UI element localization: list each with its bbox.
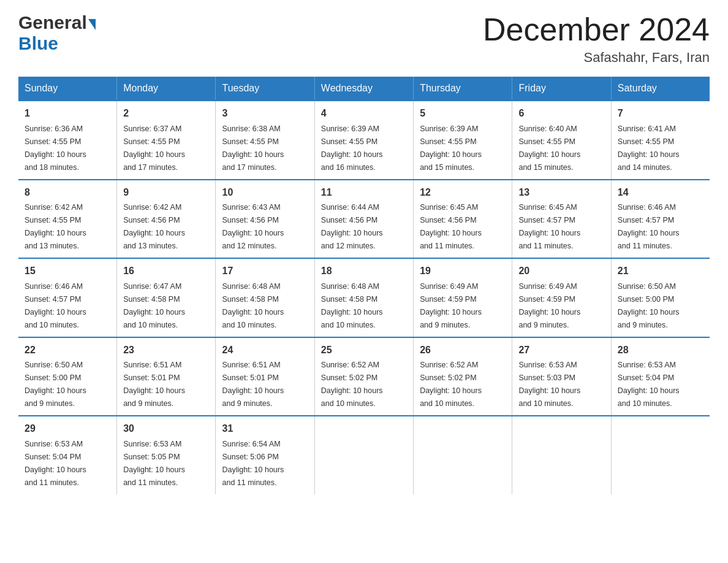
day-number: 2 [123, 106, 209, 121]
day-number: 30 [123, 421, 209, 437]
day-number: 19 [420, 264, 506, 279]
weekday-header-sunday: Sunday [18, 77, 117, 101]
day-cell [611, 416, 710, 494]
day-cell: 26Sunrise: 6:52 AMSunset: 5:02 PMDayligh… [414, 337, 512, 416]
day-info: Sunrise: 6:39 AMSunset: 4:55 PMDaylight:… [420, 124, 482, 172]
day-info: Sunrise: 6:45 AMSunset: 4:57 PMDaylight:… [518, 203, 580, 250]
day-info: Sunrise: 6:39 AMSunset: 4:55 PMDaylight:… [321, 124, 383, 172]
day-cell: 31Sunrise: 6:54 AMSunset: 5:06 PMDayligh… [216, 416, 314, 494]
day-info: Sunrise: 6:53 AMSunset: 5:05 PMDaylight:… [123, 440, 185, 487]
day-cell: 25Sunrise: 6:52 AMSunset: 5:02 PMDayligh… [314, 337, 413, 416]
calendar-table: SundayMondayTuesdayWednesdayThursdayFrid… [18, 77, 710, 494]
day-info: Sunrise: 6:52 AMSunset: 5:02 PMDaylight:… [321, 361, 383, 408]
logo-blue: Blue [18, 33, 58, 53]
day-info: Sunrise: 6:50 AMSunset: 5:00 PMDaylight:… [618, 282, 680, 329]
day-info: Sunrise: 6:51 AMSunset: 5:01 PMDaylight:… [123, 361, 185, 408]
day-cell: 22Sunrise: 6:50 AMSunset: 5:00 PMDayligh… [18, 337, 117, 416]
weekday-header-thursday: Thursday [414, 77, 512, 101]
day-info: Sunrise: 6:36 AMSunset: 4:55 PMDaylight:… [25, 124, 86, 172]
day-number: 3 [222, 106, 308, 121]
day-cell: 30Sunrise: 6:53 AMSunset: 5:05 PMDayligh… [117, 416, 216, 494]
day-number: 21 [618, 264, 703, 279]
day-number: 23 [123, 343, 209, 358]
day-info: Sunrise: 6:53 AMSunset: 5:03 PMDaylight:… [518, 361, 580, 408]
day-number: 7 [618, 106, 703, 121]
day-cell: 11Sunrise: 6:44 AMSunset: 4:56 PMDayligh… [314, 180, 413, 258]
day-cell: 5Sunrise: 6:39 AMSunset: 4:55 PMDaylight… [414, 101, 512, 179]
weekday-header-monday: Monday [117, 77, 216, 101]
day-info: Sunrise: 6:46 AMSunset: 4:57 PMDaylight:… [25, 282, 86, 329]
logo-general: General [18, 12, 87, 33]
day-info: Sunrise: 6:50 AMSunset: 5:00 PMDaylight:… [25, 361, 86, 408]
day-info: Sunrise: 6:45 AMSunset: 4:56 PMDaylight:… [420, 203, 482, 250]
day-cell: 14Sunrise: 6:46 AMSunset: 4:57 PMDayligh… [611, 180, 710, 258]
day-cell: 17Sunrise: 6:48 AMSunset: 4:58 PMDayligh… [216, 258, 314, 337]
day-cell: 2Sunrise: 6:37 AMSunset: 4:55 PMDaylight… [117, 101, 216, 179]
day-info: Sunrise: 6:53 AMSunset: 5:04 PMDaylight:… [25, 440, 86, 487]
day-info: Sunrise: 6:41 AMSunset: 4:55 PMDaylight:… [618, 124, 680, 172]
day-info: Sunrise: 6:48 AMSunset: 4:58 PMDaylight:… [222, 282, 284, 329]
day-info: Sunrise: 6:47 AMSunset: 4:58 PMDaylight:… [123, 282, 185, 329]
weekday-header-saturday: Saturday [611, 77, 710, 101]
day-info: Sunrise: 6:49 AMSunset: 4:59 PMDaylight:… [420, 282, 482, 329]
day-number: 24 [222, 343, 308, 358]
day-cell: 15Sunrise: 6:46 AMSunset: 4:57 PMDayligh… [18, 258, 117, 337]
day-number: 1 [25, 106, 110, 121]
day-info: Sunrise: 6:37 AMSunset: 4:55 PMDaylight:… [123, 124, 185, 172]
day-number: 16 [123, 264, 209, 279]
day-number: 31 [222, 421, 308, 437]
day-number: 15 [25, 264, 110, 279]
day-cell: 19Sunrise: 6:49 AMSunset: 4:59 PMDayligh… [414, 258, 512, 337]
day-cell: 20Sunrise: 6:49 AMSunset: 4:59 PMDayligh… [512, 258, 611, 337]
day-number: 13 [518, 185, 604, 201]
day-cell: 10Sunrise: 6:43 AMSunset: 4:56 PMDayligh… [216, 180, 314, 258]
day-number: 29 [25, 421, 110, 437]
day-cell: 18Sunrise: 6:48 AMSunset: 4:58 PMDayligh… [314, 258, 413, 337]
day-number: 18 [321, 264, 407, 279]
week-row-1: 1Sunrise: 6:36 AMSunset: 4:55 PMDaylight… [18, 101, 710, 179]
day-number: 25 [321, 343, 407, 358]
day-info: Sunrise: 6:46 AMSunset: 4:57 PMDaylight:… [618, 203, 680, 250]
day-number: 4 [321, 106, 407, 121]
day-cell: 23Sunrise: 6:51 AMSunset: 5:01 PMDayligh… [117, 337, 216, 416]
day-cell: 1Sunrise: 6:36 AMSunset: 4:55 PMDaylight… [18, 101, 117, 179]
weekday-header-tuesday: Tuesday [216, 77, 314, 101]
day-number: 28 [618, 343, 703, 358]
week-row-3: 15Sunrise: 6:46 AMSunset: 4:57 PMDayligh… [18, 258, 710, 337]
day-number: 11 [321, 185, 407, 201]
day-info: Sunrise: 6:52 AMSunset: 5:02 PMDaylight:… [420, 361, 482, 408]
day-cell: 28Sunrise: 6:53 AMSunset: 5:04 PMDayligh… [611, 337, 710, 416]
day-number: 17 [222, 264, 308, 279]
day-info: Sunrise: 6:48 AMSunset: 4:58 PMDaylight:… [321, 282, 383, 329]
day-cell: 8Sunrise: 6:42 AMSunset: 4:55 PMDaylight… [18, 180, 117, 258]
day-info: Sunrise: 6:40 AMSunset: 4:55 PMDaylight:… [518, 124, 580, 172]
day-number: 6 [518, 106, 604, 121]
day-number: 26 [420, 343, 506, 358]
day-cell: 29Sunrise: 6:53 AMSunset: 5:04 PMDayligh… [18, 416, 117, 494]
day-info: Sunrise: 6:51 AMSunset: 5:01 PMDaylight:… [222, 361, 284, 408]
day-cell: 12Sunrise: 6:45 AMSunset: 4:56 PMDayligh… [414, 180, 512, 258]
page-header: General Blue December 2024 Safashahr, Fa… [18, 12, 710, 66]
day-info: Sunrise: 6:49 AMSunset: 4:59 PMDaylight:… [518, 282, 580, 329]
logo: General Blue [18, 12, 96, 54]
day-number: 20 [518, 264, 604, 279]
day-cell: 24Sunrise: 6:51 AMSunset: 5:01 PMDayligh… [216, 337, 314, 416]
day-cell: 13Sunrise: 6:45 AMSunset: 4:57 PMDayligh… [512, 180, 611, 258]
day-cell [414, 416, 512, 494]
day-info: Sunrise: 6:43 AMSunset: 4:56 PMDaylight:… [222, 203, 284, 250]
weekday-header-row: SundayMondayTuesdayWednesdayThursdayFrid… [18, 77, 710, 101]
week-row-5: 29Sunrise: 6:53 AMSunset: 5:04 PMDayligh… [18, 416, 710, 494]
day-info: Sunrise: 6:44 AMSunset: 4:56 PMDaylight:… [321, 203, 383, 250]
day-number: 22 [25, 343, 110, 358]
day-info: Sunrise: 6:54 AMSunset: 5:06 PMDaylight:… [222, 440, 284, 487]
day-number: 5 [420, 106, 506, 121]
title-block: December 2024 Safashahr, Fars, Iran [483, 12, 710, 66]
logo-triangle-icon [88, 19, 96, 30]
day-info: Sunrise: 6:38 AMSunset: 4:55 PMDaylight:… [222, 124, 284, 172]
day-cell: 16Sunrise: 6:47 AMSunset: 4:58 PMDayligh… [117, 258, 216, 337]
day-cell [512, 416, 611, 494]
month-title: December 2024 [483, 12, 710, 47]
week-row-4: 22Sunrise: 6:50 AMSunset: 5:00 PMDayligh… [18, 337, 710, 416]
day-cell: 9Sunrise: 6:42 AMSunset: 4:56 PMDaylight… [117, 180, 216, 258]
day-number: 14 [618, 185, 703, 201]
